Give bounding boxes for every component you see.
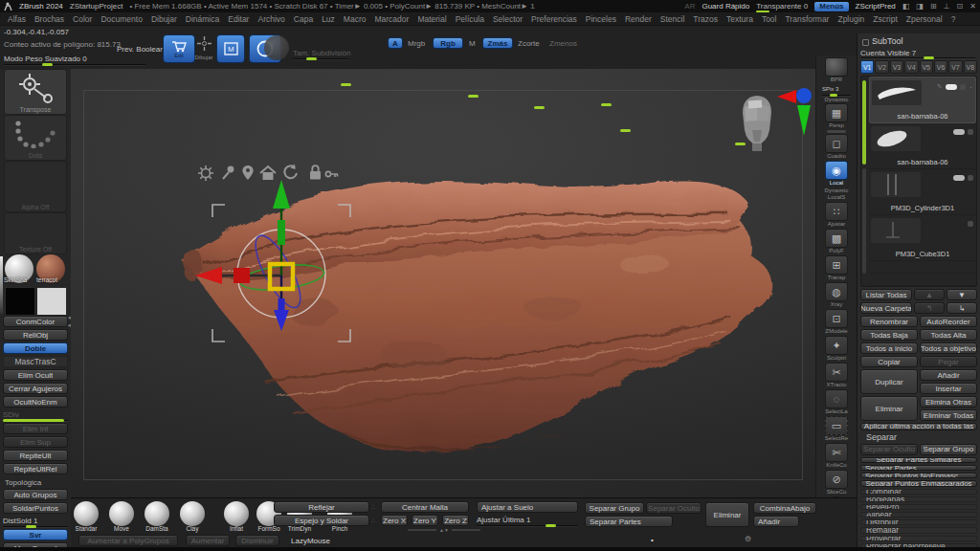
color-gradient-strip[interactable] <box>0 256 3 314</box>
brush-clay[interactable] <box>180 501 205 526</box>
ajustar-suelo-button[interactable]: Ajustar a Suelo <box>477 501 578 513</box>
separar-grupo-button[interactable]: Separar Grupo <box>920 444 977 455</box>
menu-tool[interactable]: Tool <box>762 14 777 24</box>
transparente-slider[interactable]: Transparente 0 <box>756 2 808 11</box>
soldarpuntos-button[interactable]: SoldarPuntos <box>3 502 68 514</box>
menu-material[interactable]: Material <box>417 14 446 24</box>
stroke-dots-thumb[interactable]: Dots <box>4 115 67 161</box>
tab-v1[interactable]: V1 <box>860 60 874 74</box>
combinar-section[interactable]: Combinar <box>860 489 977 495</box>
subtool-item-4[interactable]: PM3D_Cube3D1 <box>869 215 976 261</box>
menu-zplugin[interactable]: Zplugin <box>837 14 864 24</box>
select-lasso-button[interactable]: ◌SelectLa <box>825 389 848 415</box>
palette-copy-icon[interactable]: ⊞ <box>930 3 937 11</box>
visibility-eye-icon[interactable] <box>946 84 957 90</box>
tab-v3[interactable]: V3 <box>890 60 903 74</box>
zero-y-button[interactable]: Zero Y <box>412 515 438 526</box>
menus-button[interactable]: Menús <box>814 2 848 11</box>
cuenta-visible-slider[interactable]: Cuenta Visible 7 <box>860 48 975 58</box>
espejo-soldar-button[interactable]: Espejo y Soldar <box>274 515 369 526</box>
zmas-button[interactable]: Zmás <box>482 37 513 49</box>
brush-move[interactable] <box>109 501 134 526</box>
brush-standard[interactable] <box>74 501 99 526</box>
xtractor-button[interactable]: ✂XTracto <box>825 363 848 388</box>
menu-render[interactable]: Render <box>625 14 652 24</box>
sculptris-button[interactable]: ✦Sculptri <box>825 336 848 362</box>
rgb-button[interactable]: Rgb <box>433 37 463 49</box>
auto-grupos-button[interactable]: Auto Grupos <box>3 489 68 500</box>
copiar-button[interactable]: Copiar <box>860 356 918 367</box>
secondary-color-swatch[interactable] <box>36 287 67 316</box>
elimina-otras-button[interactable]: Elimina Otras <box>920 396 977 408</box>
minimize-icon[interactable]: ⊥ <box>944 3 950 11</box>
move-up-button[interactable]: ▲ <box>914 289 945 300</box>
cerrar-agujeros-button[interactable]: Cerrar Agujeros <box>3 383 68 394</box>
eye-icon[interactable]: ◔ <box>969 84 972 91</box>
eliminar-todas-button[interactable]: Eliminar Todas <box>920 409 977 421</box>
menu-macro[interactable]: Macro <box>344 14 367 24</box>
prev-booleana-label[interactable]: Prev. Booleana <box>117 45 168 54</box>
menu-archivo[interactable]: Archivo <box>257 14 284 24</box>
ocultnoenm-button[interactable]: OcultNoEnm <box>3 396 68 408</box>
repiteultrel-button[interactable]: RepiteUltRel <box>3 463 68 474</box>
menu-capa[interactable]: Capa <box>294 14 313 24</box>
menu-transformar[interactable]: Transformar <box>785 14 829 24</box>
proyectar-section[interactable]: Proyectar <box>860 536 977 541</box>
folder-into-icon[interactable]: ↳ <box>947 302 977 314</box>
menu-zscript[interactable]: Zscript <box>873 14 898 24</box>
folder-up-icon[interactable]: ↰ <box>914 302 945 314</box>
pulir-gear-icon[interactable]: ⚙ <box>745 535 751 543</box>
paint-icon[interactable] <box>968 221 973 227</box>
shelf-pager[interactable]: ▲▼ <box>408 527 480 533</box>
visibility-eye-icon[interactable] <box>953 175 965 181</box>
remallar-section[interactable]: Remallar <box>860 527 977 533</box>
eliminar-button-bottom[interactable]: Eliminar <box>705 502 749 527</box>
duplicar-button[interactable]: Duplicar <box>860 369 918 394</box>
subtool-item-2[interactable]: san-barnaba-06 <box>869 123 976 169</box>
transp-button[interactable]: ⊞Transp <box>825 255 848 281</box>
transform-gizmo[interactable] <box>186 174 377 365</box>
axis-orientation-widget[interactable] <box>775 86 815 140</box>
todos-objetivo-button[interactable]: Todos a objetivo <box>920 342 977 354</box>
cuadro-button[interactable]: ◻Cuadro <box>825 134 848 160</box>
separar-grupo-button-bottom[interactable]: Separar Grupo <box>585 502 644 514</box>
subtool-title[interactable]: SubTool <box>860 35 977 46</box>
separar-section-label[interactable]: Separar <box>860 432 977 442</box>
viewport-canvas[interactable] <box>71 69 815 497</box>
booleanas-section[interactable]: Booleanas <box>860 496 977 502</box>
pencil-icon[interactable]: ✎ <box>937 83 943 91</box>
zmenos-button[interactable]: Zmenos <box>549 39 577 48</box>
brush-inflat[interactable] <box>224 501 249 526</box>
spix-slider[interactable]: SPix 3 <box>822 84 851 96</box>
knife-button[interactable]: ✄KnifeCu <box>825 443 848 469</box>
main-color-swatch[interactable] <box>5 287 35 316</box>
menu-textura[interactable]: Textura <box>726 14 753 24</box>
tab-v7[interactable]: V7 <box>948 60 962 74</box>
ajustar-ultima-slider-bottom[interactable]: Ajustar Última 1 <box>477 515 578 526</box>
lazymouse-button[interactable]: LazyMouse <box>291 537 330 545</box>
slice-button[interactable]: ⊘SliceCu <box>825 470 848 496</box>
menu-color[interactable]: Color <box>73 14 92 24</box>
doble-button[interactable]: Doble <box>3 342 68 354</box>
tam-subdivision-slider[interactable]: Tam. Subdivisión <box>293 48 348 59</box>
select-rect-button[interactable]: ▭SelectRe <box>825 416 848 442</box>
alinear-section[interactable]: Alinear <box>860 512 977 518</box>
menu-zpersonal[interactable]: Zpersonal <box>906 14 943 24</box>
listar-todas-button[interactable]: Listar Todas <box>860 289 912 300</box>
guard-rapido-button[interactable]: Guard Rápido <box>702 2 749 11</box>
eliminar-button[interactable]: Eliminar <box>860 396 918 421</box>
separar-oculto-button[interactable]: Separar Oculto <box>860 444 918 455</box>
polyframe-button[interactable]: ▩PolyF <box>825 229 848 254</box>
disminuir-button[interactable]: Disminuir <box>235 535 279 546</box>
dibujar-button[interactable]: Dibujar <box>191 36 216 61</box>
move-down-button[interactable]: ▼ <box>947 289 977 300</box>
local-button[interactable]: ◉Local <box>825 161 848 187</box>
menu-alfas[interactable]: Alfas <box>8 14 26 24</box>
svr-button[interactable]: Svr <box>3 529 68 540</box>
combina-abajo-button[interactable]: CombinaAbajo <box>753 502 816 514</box>
anadir-button-bottom[interactable]: Añadir <box>753 516 799 527</box>
paint-icon[interactable] <box>968 129 973 135</box>
dock-left-icon[interactable]: ◧ <box>902 3 910 11</box>
todos-inicio-button[interactable]: Todos a inicio <box>860 342 918 354</box>
menu-documento[interactable]: Documento <box>100 14 142 24</box>
